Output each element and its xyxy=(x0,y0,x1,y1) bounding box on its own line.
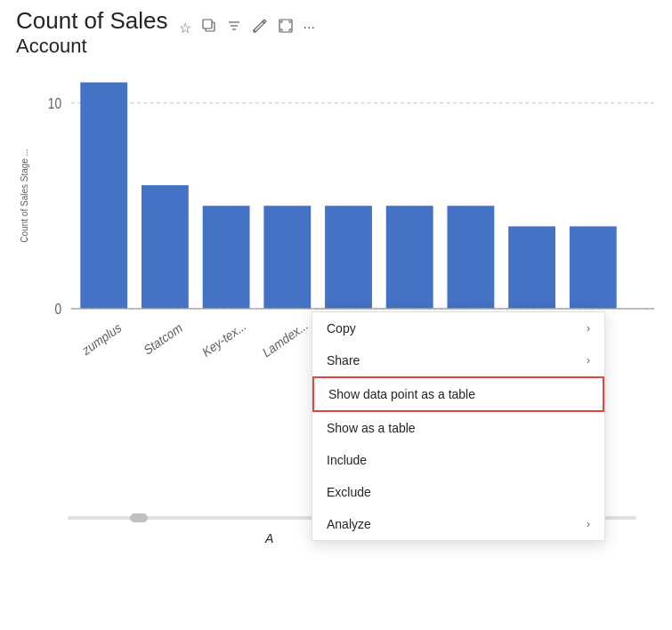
svg-text:10: 10 xyxy=(48,95,61,112)
title-block: Count of Sales Account xyxy=(16,7,168,59)
chart-subtitle: Account xyxy=(16,35,168,58)
y-axis-label: Count of Sales Stage ... xyxy=(20,149,29,243)
bar-keytex xyxy=(203,206,250,309)
svg-text:0: 0 xyxy=(54,301,61,318)
filter-icon[interactable] xyxy=(225,17,243,38)
svg-text:zumplus: zumplus xyxy=(80,319,123,359)
pen-icon[interactable] xyxy=(250,16,270,39)
chevron-right-icon-analyze: › xyxy=(587,518,590,530)
svg-text:Lamdex...: Lamdex... xyxy=(261,317,310,360)
menu-item-share-label: Share xyxy=(327,353,360,368)
toolbar-icons: ☆ xyxy=(177,16,317,39)
bar-7 xyxy=(447,206,494,309)
menu-item-show-as-table-label: Show as a table xyxy=(327,421,416,435)
menu-item-show-data-point[interactable]: Show data point as a table xyxy=(312,376,604,412)
scrollbar-thumb[interactable] xyxy=(130,513,148,522)
svg-text:Statcom: Statcom xyxy=(142,319,183,358)
menu-item-show-as-table[interactable]: Show as a table xyxy=(312,412,604,444)
bar-lamdex xyxy=(263,206,311,309)
bar-zumplus xyxy=(80,83,127,309)
menu-item-copy-label: Copy xyxy=(327,321,356,335)
bar-6 xyxy=(386,206,433,309)
chevron-right-icon-share: › xyxy=(587,354,590,367)
chart-container: Count of Sales Account ☆ xyxy=(0,0,672,630)
star-icon[interactable]: ☆ xyxy=(177,18,193,38)
svg-rect-1 xyxy=(203,20,212,28)
context-menu: Copy › Share › Show data point as a tabl… xyxy=(312,311,605,541)
chevron-right-icon-copy: › xyxy=(587,322,590,335)
copy-icon[interactable] xyxy=(200,17,218,38)
chart-title: Count of Sales xyxy=(16,7,168,35)
menu-item-include-label: Include xyxy=(327,453,367,467)
menu-item-show-data-point-label: Show data point as a table xyxy=(328,387,475,401)
menu-item-analyze[interactable]: Analyze › xyxy=(312,508,604,540)
menu-item-share[interactable]: Share › xyxy=(312,344,604,376)
header-area: Count of Sales Account ☆ xyxy=(16,7,663,59)
bar-5 xyxy=(325,206,372,309)
menu-item-exclude[interactable]: Exclude xyxy=(312,476,604,508)
expand-icon[interactable] xyxy=(277,17,295,38)
menu-item-exclude-label: Exclude xyxy=(327,485,371,499)
more-icon[interactable]: ··· xyxy=(302,18,317,37)
bar-8 xyxy=(508,226,555,308)
bar-statcom xyxy=(142,185,189,309)
bar-9 xyxy=(570,226,617,308)
menu-item-include[interactable]: Include xyxy=(312,444,604,476)
menu-item-copy[interactable]: Copy › xyxy=(312,312,604,344)
account-axis-label: A xyxy=(265,531,273,545)
menu-item-analyze-label: Analyze xyxy=(327,517,371,531)
svg-text:Key-tex...: Key-tex... xyxy=(200,318,248,360)
